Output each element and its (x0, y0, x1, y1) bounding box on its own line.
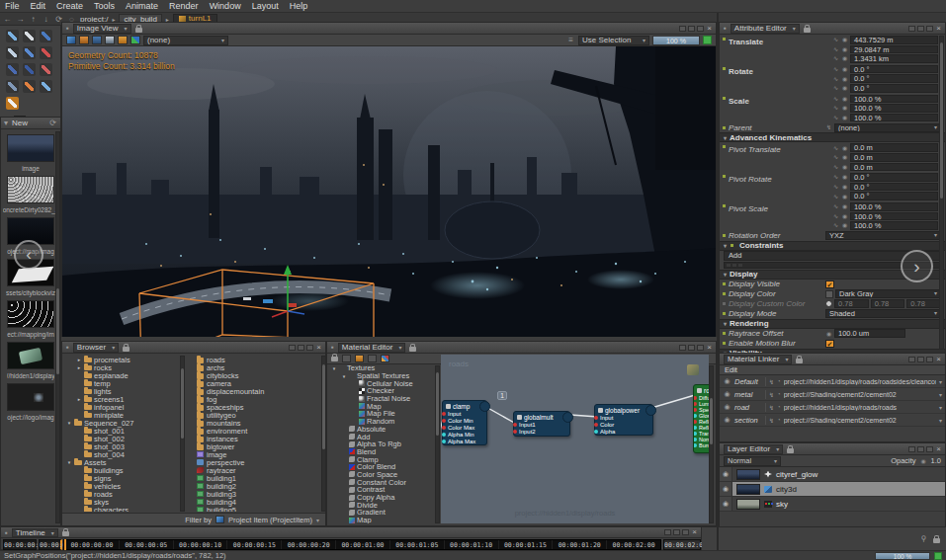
menu-item[interactable]: Edit (31, 1, 46, 11)
lock-icon[interactable] (933, 538, 940, 543)
maximize-button[interactable] (688, 345, 695, 351)
maximize-button[interactable] (917, 446, 924, 452)
node-port[interactable]: Color (595, 422, 652, 429)
port-dot-icon[interactable] (442, 412, 446, 416)
expression-icon[interactable]: ◉ (825, 330, 832, 338)
maximize-button[interactable] (298, 345, 304, 351)
pivot-translate-y-field[interactable]: 0.0 m (850, 153, 938, 162)
layer-select-dropdown[interactable]: (none) ▾ (143, 36, 228, 45)
port-dot-icon[interactable] (693, 432, 697, 436)
keyframe-icon[interactable]: ∿ (832, 104, 839, 112)
browser-tree-item[interactable]: buildings (64, 466, 179, 474)
node-globalmult[interactable]: globalmult Input1Input2 (513, 411, 570, 437)
keyframe-icon[interactable]: ∿ (832, 183, 839, 191)
prev-arrow-button[interactable]: ‹ (14, 240, 43, 270)
node-port[interactable]: Color Min (443, 418, 486, 425)
keyframe-icon[interactable]: ∿ (832, 65, 839, 73)
pivot-translate-z-field[interactable]: 0.0 m (850, 163, 938, 172)
node-canvas-scrollbar[interactable] (709, 365, 714, 523)
visibility-eye-icon[interactable]: ◉ (723, 377, 731, 385)
panel-divider[interactable] (717, 13, 719, 550)
image-view-selector[interactable]: Image View ▾ (73, 24, 131, 34)
tool-icon[interactable] (40, 46, 52, 59)
display-visible-checkbox[interactable]: ✔ (825, 280, 834, 288)
float-button[interactable] (697, 345, 704, 351)
section-constraints[interactable]: ▾Constraints (720, 241, 945, 251)
display-color-dropdown[interactable]: Dark Gray (835, 289, 941, 298)
translate-z-field[interactable]: 1.3431 km (850, 54, 938, 63)
layer-row[interactable]: ◉ city3d (720, 482, 945, 497)
minimize-button[interactable] (679, 26, 686, 32)
browser-tree-item[interactable]: temp (64, 379, 179, 387)
visibility-eye-icon[interactable]: ◉ (720, 497, 732, 511)
close-icon[interactable]: × (935, 26, 941, 32)
tool-icon[interactable] (40, 30, 52, 42)
close-icon[interactable]: × (706, 345, 712, 351)
locate-icon[interactable]: ◔ (777, 417, 781, 423)
tool-icon[interactable] (23, 63, 36, 76)
thumbnail-image[interactable] (7, 300, 54, 328)
locate-icon[interactable]: ◔ (777, 378, 781, 384)
material-linker-selector[interactable]: Material Linker ▾ (724, 355, 792, 364)
keyframe-icon[interactable]: ∿ (832, 193, 839, 200)
tool-icon[interactable] (23, 46, 36, 59)
keyframe-icon[interactable]: ∿ (832, 202, 839, 210)
lock-icon[interactable] (787, 448, 794, 453)
render-region-icon[interactable] (79, 36, 89, 44)
scrollbar-thumb[interactable] (181, 368, 184, 438)
filter-dropdown[interactable]: Project Item (ProjectItem) (228, 516, 312, 524)
lock-icon[interactable] (62, 531, 69, 536)
playhead[interactable] (64, 539, 66, 550)
motion-blur-checkbox[interactable]: ✔ (825, 340, 834, 348)
texture-tree-item[interactable]: Fractal Noise (329, 395, 440, 403)
tool-icon[interactable] (40, 80, 52, 93)
raytrace-offset-field[interactable]: 100.0 um (834, 329, 905, 338)
tree-expand-icon[interactable]: ▾ (66, 420, 72, 426)
port-dot-icon[interactable] (594, 430, 598, 434)
timeline-selector[interactable]: Timeline ▾ (12, 528, 58, 537)
port-dot-icon[interactable] (693, 414, 697, 418)
lock-icon[interactable] (123, 347, 129, 352)
expression-icon[interactable]: ◉ (841, 202, 848, 210)
snapshot-icon[interactable] (118, 36, 128, 44)
port-dot-icon[interactable] (693, 396, 697, 400)
browser-tree-item[interactable]: characters (64, 506, 179, 512)
pivot-translate-x-field[interactable]: 0.0 m (850, 143, 938, 152)
layer-row[interactable]: ◉ sky (720, 497, 945, 512)
parent-dropdown[interactable]: (none) (834, 123, 941, 132)
current-frame-field[interactable]: 00:00:00:00 (39, 539, 62, 550)
tool-icon[interactable] (23, 80, 36, 93)
float-button[interactable] (926, 357, 933, 362)
keyframe-icon[interactable]: ∿ (832, 144, 839, 152)
node-port[interactable]: Alpha Max (443, 438, 486, 444)
image-thumbnail-item[interactable]: oject://logo/imag (7, 383, 54, 425)
maximize-button[interactable] (917, 26, 924, 32)
tool-icon[interactable] (6, 97, 19, 110)
material-link-row[interactable]: ◉ Default ↯ ◔ project://hidden1/display/… (720, 375, 945, 388)
rotation-order-dropdown[interactable]: YXZ (825, 231, 941, 240)
expression-icon[interactable]: ◉ (841, 104, 848, 112)
menu-item[interactable]: Render (169, 1, 199, 11)
locate-icon[interactable]: ◔ (777, 404, 781, 410)
menu-item[interactable]: Create (56, 1, 83, 11)
link-icon[interactable]: ↯ (769, 391, 774, 398)
minimize-button[interactable] (289, 345, 296, 351)
tool-icon[interactable] (6, 46, 19, 59)
translate-x-field[interactable]: 443.7529 m (850, 36, 938, 44)
rotate-y-field[interactable]: 0.0 ° (850, 74, 938, 83)
expression-icon[interactable]: ◉ (841, 173, 848, 181)
keyframe-icon[interactable]: ∿ (832, 95, 839, 103)
link-icon[interactable]: ↯ (769, 378, 774, 385)
node-port[interactable]: Input (595, 415, 652, 422)
browser-tree-item[interactable]: shot_004 (64, 450, 179, 458)
material-path-link[interactable]: project://Shading/cement2/cement02 (784, 417, 936, 424)
forward-arrow-icon[interactable]: → (16, 15, 25, 24)
thumbnail-image[interactable] (7, 383, 54, 411)
link-icon[interactable]: ↯ (825, 123, 832, 131)
texture-tree-item[interactable]: Blend (329, 448, 440, 456)
attribute-editor-scrollbar[interactable] (939, 36, 944, 350)
port-dot-icon[interactable] (693, 402, 697, 406)
close-icon[interactable]: × (935, 357, 941, 362)
attribute-editor-selector[interactable]: Attribute Editor ▾ (731, 24, 800, 34)
blend-mode-dropdown[interactable]: Normal ▾ (724, 456, 781, 466)
